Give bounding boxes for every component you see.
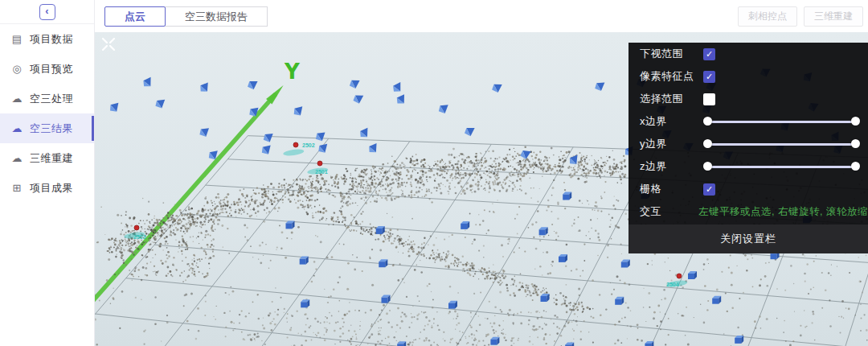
camera-marker-pyramid xyxy=(262,146,271,154)
camera-marker-cube xyxy=(448,301,457,309)
control-point[interactable]: 2504 xyxy=(666,274,688,288)
camera-marker-cube xyxy=(735,336,743,344)
camera-marker-pyramid xyxy=(368,143,379,154)
setting-row-selection-range: 选择范围 xyxy=(628,88,868,110)
slider-y-boundary[interactable] xyxy=(703,138,860,150)
camera-marker-pyramid xyxy=(492,83,502,93)
checkbox-downview-range[interactable]: ✓ xyxy=(703,48,715,60)
sidebar-item-label: 项目数据 xyxy=(30,32,73,47)
sidebar-collapse-button[interactable]: ‹ xyxy=(39,4,55,20)
slider-track-z-boundary xyxy=(707,166,856,168)
camera-marker-cube xyxy=(621,260,630,268)
slider-track-x-boundary xyxy=(707,121,856,123)
sidebar-item-project-output[interactable]: ⊞项目成果 xyxy=(0,173,94,203)
camera-marker-cube xyxy=(382,295,391,303)
setting-label-downview-range: 下视范围 xyxy=(640,47,703,61)
camera-marker-pyramid xyxy=(465,126,475,137)
control-point-dot xyxy=(134,225,139,230)
setting-label-selection-range: 选择范围 xyxy=(640,92,703,106)
sidebar-item-icon-reconstruction-3d: ☁ xyxy=(10,152,23,164)
control-point-label: 2501 xyxy=(315,169,328,175)
camera-marker-cube xyxy=(565,342,574,346)
grid-line-v xyxy=(127,138,329,346)
sidebar-item-label: 三维重建 xyxy=(30,151,73,166)
checkbox-pixel-feature-points[interactable]: ✓ xyxy=(703,71,715,83)
camera-marker-cube xyxy=(712,296,721,304)
mark-control-points-button[interactable]: 刺相控点 xyxy=(738,6,797,27)
y-axis-label: Y xyxy=(284,60,301,84)
sidebar-item-label: 项目成果 xyxy=(30,181,73,196)
slider-x-boundary[interactable] xyxy=(703,116,860,127)
viewport-3d-canvas[interactable]: Y2502250125032504 下视范围✓像素特征点✓选择范围x边界y边界z… xyxy=(95,32,868,346)
sidebar: ‹ ▤项目数据◎项目预览☁空三处理☁空三结果☁三维重建⊞项目成果 xyxy=(0,0,95,346)
y-axis-line xyxy=(95,95,275,304)
setting-row-y-boundary: y边界 xyxy=(628,133,868,155)
camera-marker-pyramid xyxy=(318,144,327,153)
camera-marker-pyramid xyxy=(199,82,210,93)
close-settings-button[interactable]: 关闭设置栏 xyxy=(628,224,868,253)
control-point-label: 2503 xyxy=(133,234,146,240)
sidebar-item-project-data[interactable]: ▤项目数据 xyxy=(0,24,94,54)
camera-marker-cube xyxy=(300,257,309,265)
sidebar-item-reconstruction-3d[interactable]: ☁三维重建 xyxy=(0,143,94,173)
grid-line-h xyxy=(96,314,868,346)
checkbox-grid[interactable]: ✓ xyxy=(703,183,715,196)
setting-label-y-boundary: y边界 xyxy=(640,137,703,151)
slider-handle-min-y-boundary[interactable] xyxy=(703,139,712,148)
camera-marker-cube xyxy=(376,226,385,234)
camera-marker-pyramid xyxy=(155,99,165,109)
setting-row-downview-range: 下视范围✓ xyxy=(628,43,868,65)
setting-row-z-boundary: z边界 xyxy=(628,155,868,178)
grid-line-h xyxy=(126,278,868,346)
sidebar-item-label: 空三结果 xyxy=(30,122,73,136)
slider-handle-max-z-boundary[interactable] xyxy=(851,162,860,171)
camera-marker-cube xyxy=(645,341,653,346)
slider-handle-max-x-boundary[interactable] xyxy=(851,117,860,126)
setting-row-grid: 栅格✓ xyxy=(628,178,868,200)
control-point[interactable]: 2502 xyxy=(283,142,315,157)
slider-handle-min-x-boundary[interactable] xyxy=(703,117,712,126)
tab-group: 点云空三数据报告 xyxy=(104,6,268,27)
setting-label-pixel-feature-points: 像素特征点 xyxy=(640,69,703,84)
slider-z-boundary[interactable] xyxy=(703,161,860,172)
reconstruction-button[interactable]: 三维重建 xyxy=(804,6,863,27)
setting-label-interaction: 交互 xyxy=(640,204,698,219)
tab-point-cloud[interactable]: 点云 xyxy=(104,6,166,27)
slider-handle-max-y-boundary[interactable] xyxy=(851,139,860,148)
camera-marker-cube xyxy=(286,220,295,229)
checkbox-selection-range[interactable] xyxy=(703,93,715,105)
camera-marker-pyramid xyxy=(248,80,258,90)
app-root: ‹ ▤项目数据◎项目预览☁空三处理☁空三结果☁三维重建⊞项目成果 点云空三数据报… xyxy=(0,0,868,346)
camera-marker-cube xyxy=(379,259,387,267)
grid-line-v xyxy=(95,136,248,346)
sidebar-item-project-preview[interactable]: ◎项目预览 xyxy=(0,54,94,84)
control-point-dot xyxy=(293,142,298,147)
tab-at-report[interactable]: 空三数据报告 xyxy=(165,6,268,27)
sidebar-item-at-result[interactable]: ☁空三结果 xyxy=(0,113,94,143)
camera-marker-pyramid xyxy=(569,155,579,166)
setting-row-x-boundary: x边界 xyxy=(628,110,868,133)
camera-marker-pyramid xyxy=(395,94,406,105)
sidebar-item-label: 空三处理 xyxy=(30,92,73,106)
camera-marker-cube xyxy=(461,221,469,229)
interaction-hint-text: 左键平移或点选, 右键旋转, 滚轮放缩 xyxy=(698,205,868,219)
topbar-actions: 刺相控点三维重建 xyxy=(738,6,863,27)
camera-marker-pyramid xyxy=(264,133,273,142)
sidebar-header: ‹ xyxy=(0,0,94,24)
camera-marker-cube xyxy=(688,271,697,279)
camera-marker-cube xyxy=(490,337,499,345)
camera-marker-cube xyxy=(615,297,624,305)
settings-panel: 下视范围✓像素特征点✓选择范围x边界y边界z边界栅格✓交互左键平移或点选, 右键… xyxy=(628,43,868,253)
setting-row-interaction: 交互左键平移或点选, 右键旋转, 滚轮放缩 xyxy=(628,200,868,223)
sidebar-item-icon-at-processing: ☁ xyxy=(10,93,23,105)
camera-marker-cube xyxy=(301,299,309,307)
camera-marker-pyramid xyxy=(199,127,209,137)
fullscreen-expand-icon[interactable] xyxy=(100,35,117,53)
camera-marker-cube xyxy=(541,294,550,302)
slider-handle-min-z-boundary[interactable] xyxy=(703,162,712,171)
sidebar-item-icon-project-data: ▤ xyxy=(10,33,23,45)
camera-marker-pyramid xyxy=(293,106,303,116)
setting-row-pixel-feature-points: 像素特征点✓ xyxy=(628,65,868,88)
camera-marker-pyramid xyxy=(316,132,326,142)
sidebar-item-at-processing[interactable]: ☁空三处理 xyxy=(0,84,94,113)
